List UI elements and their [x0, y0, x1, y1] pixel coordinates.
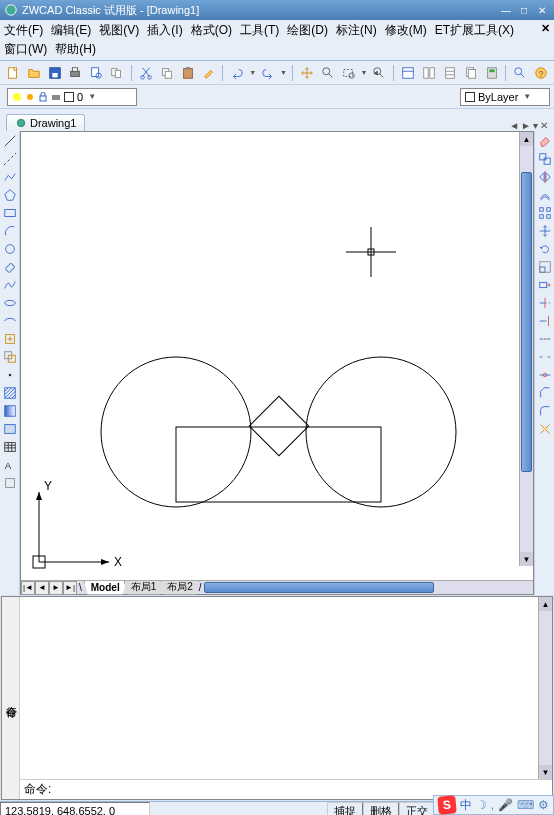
- menu-view[interactable]: 视图(V): [99, 22, 139, 39]
- polygon-icon[interactable]: [2, 187, 18, 203]
- layout-prev-button[interactable]: ◄: [35, 581, 49, 595]
- scroll-up-icon[interactable]: ▲: [520, 132, 533, 146]
- command-scrollbar[interactable]: ▲ ▼: [538, 597, 552, 779]
- design-center-icon[interactable]: [420, 64, 438, 82]
- ortho-toggle[interactable]: 正交: [399, 802, 435, 815]
- menu-window[interactable]: 窗口(W): [4, 41, 47, 58]
- zoom-dropdown[interactable]: ▼: [360, 69, 367, 76]
- scroll-down-icon[interactable]: ▼: [539, 765, 552, 779]
- extend-icon[interactable]: [537, 313, 553, 329]
- new-icon[interactable]: [4, 64, 22, 82]
- cut-icon[interactable]: [137, 64, 155, 82]
- line-icon[interactable]: [2, 133, 18, 149]
- spline-icon[interactable]: [2, 277, 18, 293]
- explode-icon[interactable]: [537, 421, 553, 437]
- ellipse-arc-icon[interactable]: [2, 313, 18, 329]
- minimize-button[interactable]: —: [498, 3, 514, 17]
- menu-file[interactable]: 文件(F): [4, 22, 43, 39]
- tab-prev-button[interactable]: ◄: [509, 120, 519, 131]
- region-icon[interactable]: [2, 421, 18, 437]
- ime-lang-label[interactable]: 中: [460, 797, 472, 814]
- properties-icon[interactable]: [399, 64, 417, 82]
- zoom-window-icon[interactable]: [340, 64, 358, 82]
- layout-last-button[interactable]: ►|: [63, 581, 77, 595]
- tab-model[interactable]: Model: [84, 581, 127, 595]
- match-properties-icon[interactable]: [200, 64, 218, 82]
- layer-combo[interactable]: 0 ▼: [7, 88, 137, 106]
- menu-format[interactable]: 格式(O): [191, 22, 232, 39]
- save-icon[interactable]: [46, 64, 64, 82]
- undo-dropdown[interactable]: ▼: [249, 69, 256, 76]
- array-icon[interactable]: [537, 205, 553, 221]
- stretch-icon[interactable]: [537, 277, 553, 293]
- insert-block-icon[interactable]: [2, 331, 18, 347]
- publish-icon[interactable]: [108, 64, 126, 82]
- command-output[interactable]: ▲ ▼: [20, 597, 552, 779]
- join-icon[interactable]: [537, 367, 553, 383]
- menu-tools[interactable]: 工具(T): [240, 22, 279, 39]
- make-block-icon[interactable]: [2, 349, 18, 365]
- snap-toggle[interactable]: 捕捉: [327, 802, 363, 815]
- mirror-icon[interactable]: [537, 169, 553, 185]
- scale-icon[interactable]: [537, 259, 553, 275]
- comma-icon[interactable]: ,: [491, 798, 494, 812]
- open-icon[interactable]: [25, 64, 43, 82]
- help-icon[interactable]: ?: [532, 64, 550, 82]
- menu-help[interactable]: 帮助(H): [55, 41, 96, 58]
- mic-icon[interactable]: 🎤: [498, 798, 513, 812]
- tool-palette-icon[interactable]: [441, 64, 459, 82]
- menu-et[interactable]: ET扩展工具(X): [435, 22, 514, 39]
- tab-layout2[interactable]: 布局2: [160, 581, 200, 595]
- paste-icon[interactable]: [179, 64, 197, 82]
- gradient-icon[interactable]: [2, 403, 18, 419]
- color-combo[interactable]: ByLayer ▼: [460, 88, 550, 106]
- fillet-icon[interactable]: [537, 403, 553, 419]
- undo-icon[interactable]: [228, 64, 246, 82]
- scrollbar-thumb[interactable]: [521, 172, 532, 472]
- zoom-realtime-icon[interactable]: [319, 64, 337, 82]
- tab-layout1[interactable]: 布局1: [124, 581, 164, 595]
- drawing-canvas[interactable]: Y X ▲ ▼: [21, 132, 533, 580]
- additional-tool-icon[interactable]: [2, 475, 18, 491]
- horizontal-scrollbar[interactable]: [202, 581, 533, 594]
- layout-first-button[interactable]: |◄: [21, 581, 35, 595]
- redo-dropdown[interactable]: ▼: [280, 69, 287, 76]
- close-button[interactable]: ✕: [534, 3, 550, 17]
- break-icon[interactable]: [537, 349, 553, 365]
- offset-icon[interactable]: [537, 187, 553, 203]
- table-icon[interactable]: [2, 439, 18, 455]
- scroll-up-icon[interactable]: ▲: [539, 597, 552, 611]
- scroll-down-icon[interactable]: ▼: [520, 552, 533, 566]
- tab-pin-button[interactable]: ▾: [533, 120, 538, 131]
- hatch-icon[interactable]: [2, 385, 18, 401]
- copy-object-icon[interactable]: [537, 151, 553, 167]
- coordinates-readout[interactable]: 123.5819, 648.6552, 0: [0, 802, 150, 815]
- scrollbar-thumb[interactable]: [204, 582, 434, 593]
- menu-edit[interactable]: 编辑(E): [51, 22, 91, 39]
- polyline-icon[interactable]: [2, 169, 18, 185]
- keyboard-icon[interactable]: ⌨: [517, 798, 534, 812]
- layout-next-button[interactable]: ►: [49, 581, 63, 595]
- tab-close-button[interactable]: ✕: [540, 120, 548, 131]
- arc-icon[interactable]: [2, 223, 18, 239]
- redo-icon[interactable]: [259, 64, 277, 82]
- copy-icon[interactable]: [158, 64, 176, 82]
- grid-toggle[interactable]: 删格: [363, 802, 399, 815]
- maximize-button[interactable]: □: [516, 3, 532, 17]
- circle-icon[interactable]: [2, 241, 18, 257]
- ellipse-icon[interactable]: [2, 295, 18, 311]
- moon-icon[interactable]: ☽: [476, 798, 487, 812]
- menu-draw[interactable]: 绘图(D): [287, 22, 328, 39]
- gear-icon[interactable]: ⚙: [538, 798, 549, 812]
- calc-icon[interactable]: [483, 64, 501, 82]
- menu-modify[interactable]: 修改(M): [385, 22, 427, 39]
- point-icon[interactable]: [2, 367, 18, 383]
- print-preview-icon[interactable]: [87, 64, 105, 82]
- document-tab[interactable]: Drawing1: [6, 114, 85, 131]
- erase-icon[interactable]: [537, 133, 553, 149]
- rectangle-icon[interactable]: [2, 205, 18, 221]
- rotate-icon[interactable]: [537, 241, 553, 257]
- ime-sogou-icon[interactable]: S: [437, 795, 457, 815]
- tab-next-button[interactable]: ►: [521, 120, 531, 131]
- vertical-scrollbar[interactable]: ▲ ▼: [519, 132, 533, 566]
